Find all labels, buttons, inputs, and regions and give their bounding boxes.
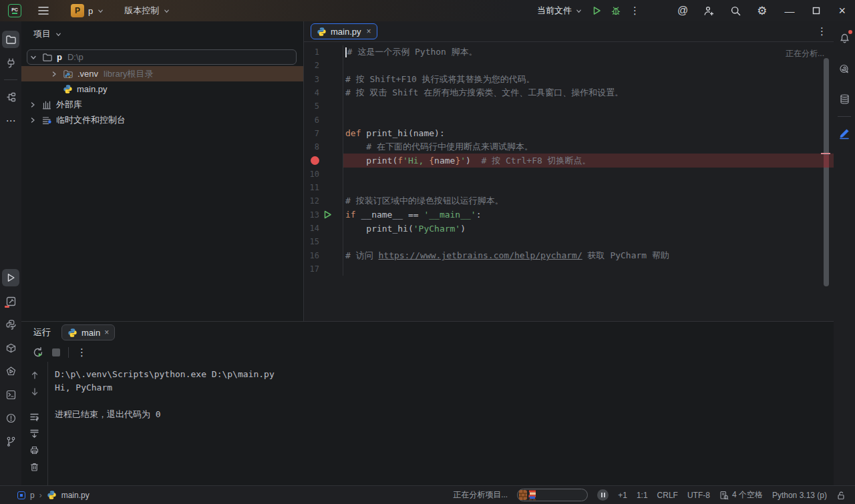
- code-text[interactable]: [343, 113, 834, 126]
- vcs-widget[interactable]: 版本控制: [120, 2, 174, 19]
- code-text[interactable]: print(f'Hi, {name}') # 按 Ctrl+F8 切换断点。: [343, 154, 834, 167]
- settings-gear-icon[interactable]: ⚙: [757, 4, 767, 18]
- python-console-tool-button[interactable]: [2, 316, 19, 333]
- breadcrumb-project[interactable]: p: [30, 491, 35, 500]
- tree-item[interactable]: main.py: [21, 81, 303, 97]
- code-line[interactable]: 8 # 在下面的代码行中使用断点来调试脚本。: [304, 140, 834, 154]
- line-number[interactable]: 1: [304, 47, 319, 57]
- code-line[interactable]: 17: [304, 262, 834, 276]
- line-number[interactable]: 11: [304, 183, 319, 192]
- main-menu-button[interactable]: [35, 2, 52, 19]
- line-number[interactable]: 12: [304, 196, 319, 206]
- extra-progress-count[interactable]: +1: [618, 491, 627, 500]
- ai-assistant-button[interactable]: [836, 61, 853, 78]
- version-control-tool-button[interactable]: [2, 433, 19, 450]
- code-text[interactable]: # 按装订区域中的绿色按钮以运行脚本。: [343, 194, 834, 208]
- interpreter-widget[interactable]: Python 3.13 (p): [772, 491, 827, 500]
- line-number[interactable]: 2: [304, 61, 319, 70]
- scroll-up-button[interactable]: [29, 370, 40, 381]
- stop-button[interactable]: [52, 348, 60, 356]
- line-number[interactable]: 10: [304, 170, 319, 179]
- line-number[interactable]: 8: [304, 142, 319, 152]
- line-number[interactable]: 5: [304, 101, 319, 111]
- line-number[interactable]: 7: [304, 129, 319, 138]
- notifications-button[interactable]: [836, 29, 853, 47]
- run-line-icon[interactable]: [321, 210, 333, 219]
- code-text[interactable]: if __name__ == '__main__':: [343, 208, 834, 222]
- chevron-down-icon[interactable]: [29, 53, 38, 61]
- tree-item[interactable]: pD:\p: [27, 49, 297, 65]
- tab-close-icon[interactable]: ×: [367, 27, 371, 36]
- terminal-tool-button[interactable]: [2, 386, 19, 403]
- encoding-widget[interactable]: UTF-8: [687, 491, 710, 500]
- python-packages-tool-button[interactable]: [2, 339, 19, 356]
- code-text[interactable]: [343, 168, 834, 181]
- run-tool-button[interactable]: [2, 269, 19, 286]
- tree-item[interactable]: 临时文件和控制台: [21, 112, 303, 128]
- run-button[interactable]: [591, 5, 602, 16]
- structure-tool-button[interactable]: [2, 88, 19, 105]
- clear-console-button[interactable]: [29, 461, 40, 472]
- console-output[interactable]: D:\p\.venv\Scripts\python.exe D:\p\main.…: [48, 362, 834, 485]
- project-panel-header[interactable]: 项目: [21, 28, 303, 49]
- print-button[interactable]: [29, 445, 40, 455]
- project-tool-button[interactable]: [2, 31, 19, 48]
- line-number[interactable]: 6: [304, 115, 319, 125]
- debug-button[interactable]: [611, 5, 621, 16]
- run-more-options-button[interactable]: ⋮: [77, 346, 87, 358]
- line-number[interactable]: 16: [304, 251, 319, 260]
- commit-tool-button[interactable]: [2, 54, 19, 71]
- editor-scrollbar[interactable]: [824, 58, 829, 286]
- code-line[interactable]: 10: [304, 168, 834, 181]
- code-text[interactable]: [343, 99, 834, 113]
- line-separator-widget[interactable]: CRLF: [657, 491, 678, 500]
- scroll-to-end-button[interactable]: [29, 428, 40, 439]
- code-text[interactable]: # 按 Shift+F10 执行或将其替换为您的代码。: [343, 73, 834, 86]
- project-switcher[interactable]: P p: [67, 2, 108, 19]
- soft-wrap-button[interactable]: [29, 411, 40, 422]
- code-line[interactable]: 7def print_hi(name):: [304, 127, 834, 140]
- code-line[interactable]: 5: [304, 99, 834, 113]
- line-number[interactable]: 4: [304, 88, 319, 97]
- code-editor[interactable]: 1# 这是一个示例 Python 脚本。23# 按 Shift+F10 执行或将…: [304, 42, 834, 321]
- run-anything-tool-button[interactable]: [2, 362, 19, 380]
- run-config-selector[interactable]: 当前文件: [537, 5, 582, 17]
- line-number[interactable]: 15: [304, 237, 319, 246]
- chevron-right-icon[interactable]: [28, 101, 37, 109]
- code-text[interactable]: [343, 262, 834, 276]
- code-text[interactable]: # 按 双击 Shift 在所有地方搜索类、文件、工具窗口、操作和设置。: [343, 86, 834, 99]
- rerun-button[interactable]: [32, 346, 44, 358]
- code-line[interactable]: 14 print_hi('PyCharm'): [304, 222, 834, 235]
- code-line[interactable]: 16# 访问 https://www.jetbrains.com/help/py…: [304, 248, 834, 262]
- line-number[interactable]: 13: [304, 210, 319, 220]
- code-with-me-icon[interactable]: [703, 5, 715, 17]
- code-text[interactable]: [343, 235, 834, 248]
- line-number[interactable]: 3: [304, 75, 319, 84]
- line-number[interactable]: 14: [304, 224, 319, 233]
- more-tool-windows-button[interactable]: ⋯: [2, 111, 19, 129]
- scroll-down-button[interactable]: [29, 387, 40, 397]
- code-text[interactable]: # 在下面的代码行中使用断点来调试脚本。: [343, 140, 834, 154]
- code-text[interactable]: def print_hi(name):: [343, 127, 834, 140]
- more-run-actions-button[interactable]: ⋮: [630, 5, 640, 17]
- line-number[interactable]: 17: [304, 264, 319, 274]
- lingma-plugin-button[interactable]: [836, 125, 853, 142]
- run-tab-close-icon[interactable]: ×: [104, 328, 109, 337]
- tree-item[interactable]: 外部库: [21, 97, 303, 112]
- ai-chat-icon[interactable]: @: [677, 5, 688, 17]
- code-text[interactable]: print_hi('PyCharm'): [343, 222, 834, 235]
- code-line[interactable]: 3# 按 Shift+F10 执行或将其替换为您的代码。: [304, 73, 834, 86]
- code-line[interactable]: 15: [304, 235, 834, 248]
- database-button[interactable]: [836, 90, 853, 107]
- project-square-icon[interactable]: [17, 491, 25, 499]
- code-line[interactable]: 1# 这是一个示例 Python 脚本。: [304, 45, 834, 59]
- code-line[interactable]: 11: [304, 181, 834, 194]
- problems-tool-button[interactable]: [2, 409, 19, 427]
- pause-progress-button[interactable]: [597, 489, 609, 501]
- code-line[interactable]: print(f'Hi, {name}') # 按 Ctrl+F8 切换断点。: [304, 154, 834, 167]
- code-line[interactable]: 4# 按 双击 Shift 在所有地方搜索类、文件、工具窗口、操作和设置。: [304, 86, 834, 99]
- chevron-right-icon[interactable]: [28, 116, 37, 124]
- chevron-right-icon[interactable]: [49, 70, 59, 78]
- code-text[interactable]: # 这是一个示例 Python 脚本。: [343, 45, 834, 59]
- tree-item[interactable]: .venvlibrary根目录: [21, 66, 303, 81]
